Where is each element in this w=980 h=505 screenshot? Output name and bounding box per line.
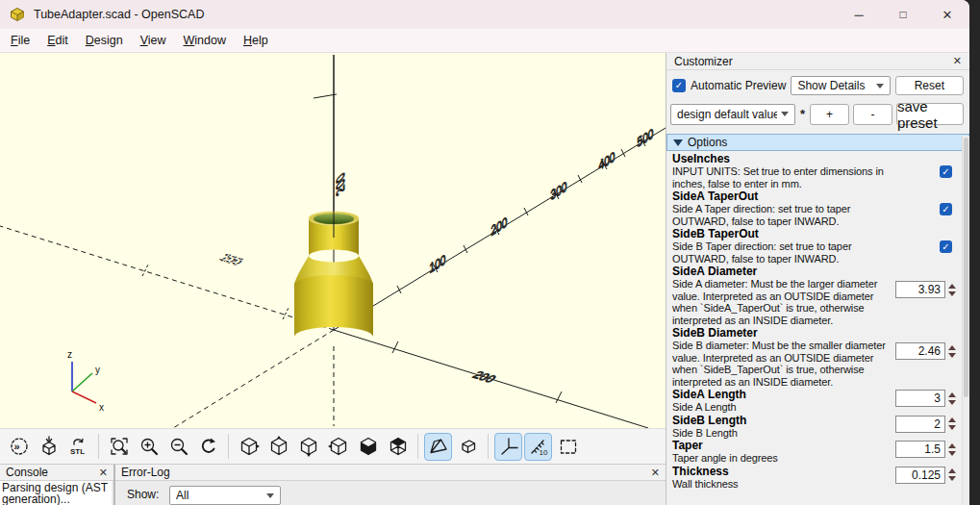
- menu-file[interactable]: File: [2, 31, 38, 50]
- spin-up-icon[interactable]: [948, 443, 956, 448]
- svg-text:10: 10: [539, 448, 547, 457]
- automatic-preview-checkbox[interactable]: [672, 79, 686, 92]
- perspective-button[interactable]: [424, 433, 452, 461]
- param-description: Side A Length: [672, 401, 891, 414]
- menu-help[interactable]: Help: [235, 31, 277, 50]
- spin-down-icon[interactable]: [948, 353, 956, 358]
- param-row-sidea-length: SideA Length Side A Length 3: [672, 389, 956, 414]
- menu-window[interactable]: Window: [175, 31, 235, 50]
- minimize-button[interactable]: ─: [837, 0, 881, 29]
- sidea-diameter-spinbox[interactable]: 3.93: [895, 281, 956, 298]
- spin-down-icon[interactable]: [948, 476, 956, 481]
- view-top-button[interactable]: [264, 433, 292, 461]
- show-axes-button[interactable]: [494, 433, 522, 461]
- param-description: INPUT UNITS: Set true to enter dimension…: [672, 165, 891, 189]
- taper-spinbox[interactable]: 1.5: [895, 441, 956, 458]
- toolbar-separator: [228, 434, 229, 459]
- spin-down-icon[interactable]: [948, 451, 956, 456]
- sidea-length-spinbox[interactable]: 3: [895, 390, 956, 407]
- customizer-panel: Customizer Automatic Preview Show Detail…: [666, 53, 969, 505]
- gizmo-x-label: x: [99, 402, 104, 413]
- render-button[interactable]: [35, 433, 63, 461]
- menu-edit[interactable]: Edit: [38, 31, 77, 50]
- zoom-all-icon: [109, 436, 130, 457]
- spinbox-arrows[interactable]: [948, 392, 956, 405]
- maximize-button[interactable]: □: [881, 0, 925, 29]
- zoom-all-button[interactable]: [105, 433, 133, 461]
- menu-design[interactable]: Design: [77, 31, 132, 50]
- scrollbar-thumb[interactable]: [964, 138, 968, 397]
- window-title: TubeAdapter.scad - OpenSCAD: [34, 8, 837, 21]
- sideb-length-spinbox[interactable]: 2: [895, 416, 956, 433]
- spinbox-value[interactable]: 0.125: [895, 467, 945, 484]
- preview-icon: »: [9, 436, 30, 457]
- options-group-header[interactable]: Options: [666, 134, 969, 151]
- spinbox-arrows[interactable]: [948, 468, 956, 481]
- remove-preset-button[interactable]: -: [853, 104, 892, 125]
- close-button[interactable]: ✕: [925, 0, 969, 29]
- error-log-close-icon[interactable]: [651, 467, 660, 478]
- 3d-viewport[interactable]: 200 100 200 300 400 500 200 200: [0, 53, 666, 428]
- spinbox-arrows[interactable]: [948, 443, 956, 456]
- spinbox-value[interactable]: 1.5: [895, 441, 945, 458]
- customizer-close-icon[interactable]: [953, 56, 962, 66]
- error-log-header: Error-Log: [115, 465, 666, 481]
- spinbox-arrows[interactable]: [948, 284, 956, 296]
- param-row-sidea-taperout: SideA TaperOut Side A Taper direction: s…: [672, 190, 956, 227]
- detail-level-select[interactable]: Show Details: [791, 76, 890, 95]
- spinbox-value[interactable]: 2: [895, 416, 945, 433]
- view-bottom-button[interactable]: [294, 433, 322, 461]
- useinches-checkbox[interactable]: [940, 165, 952, 178]
- spin-down-icon[interactable]: [948, 425, 956, 430]
- zoom-in-button[interactable]: [135, 433, 163, 461]
- console-log[interactable]: Parsing design (AST generation)...: [0, 481, 112, 505]
- param-description: Taper angle in degrees: [672, 452, 891, 465]
- spinbox-arrows[interactable]: [948, 345, 956, 358]
- customizer-scrollbar[interactable]: [962, 136, 969, 505]
- spin-down-icon[interactable]: [948, 400, 956, 405]
- sideb-taperout-checkbox[interactable]: [940, 240, 952, 253]
- view-all-button[interactable]: [554, 433, 582, 461]
- sidea-taperout-checkbox[interactable]: [940, 203, 952, 215]
- preset-select[interactable]: design default values: [670, 104, 795, 125]
- reset-view-button[interactable]: [194, 433, 222, 461]
- view-right-button[interactable]: [235, 433, 263, 461]
- spin-up-icon[interactable]: [948, 417, 956, 422]
- spin-up-icon[interactable]: [948, 345, 956, 350]
- console-title: Console: [6, 466, 99, 479]
- chevron-down-icon: [876, 84, 884, 88]
- preview-button[interactable]: »: [5, 433, 33, 461]
- console-close-icon[interactable]: [99, 467, 108, 478]
- zoom-out-button[interactable]: [164, 433, 192, 461]
- param-row-thickness: Thickness Wall thickness 0.125: [672, 466, 956, 491]
- export-stl-button[interactable]: STL: [64, 433, 92, 461]
- spinbox-value[interactable]: 3: [895, 390, 945, 407]
- spin-up-icon[interactable]: [948, 468, 956, 473]
- reset-button[interactable]: Reset: [895, 76, 964, 95]
- spin-up-icon[interactable]: [948, 392, 956, 397]
- sideb-diameter-spinbox[interactable]: 2.46: [895, 342, 956, 360]
- gizmo-y-label: y: [95, 365, 100, 375]
- y-axis-label-500: 500: [637, 125, 653, 150]
- spin-down-icon[interactable]: [948, 291, 956, 296]
- show-scale-markers-button[interactable]: 10: [524, 433, 552, 461]
- error-log-filter-select[interactable]: All: [169, 486, 281, 505]
- thickness-spinbox[interactable]: 0.125: [895, 467, 956, 484]
- spinbox-value[interactable]: 2.46: [895, 342, 945, 360]
- menu-view[interactable]: View: [132, 31, 175, 50]
- param-name: Thickness: [672, 466, 891, 478]
- view-left-button[interactable]: [324, 433, 352, 461]
- view-front-button[interactable]: [354, 433, 382, 461]
- zoom-in-icon: [138, 436, 160, 457]
- save-preset-button[interactable]: save preset: [896, 103, 964, 125]
- spinbox-value[interactable]: 3.93: [895, 281, 945, 298]
- param-description: Side B Taper direction: set true to tape…: [672, 240, 891, 265]
- orthogonal-button[interactable]: [454, 433, 482, 461]
- view-bottom-icon: [298, 436, 319, 457]
- toolbar-separator: [98, 434, 99, 459]
- spin-up-icon[interactable]: [948, 284, 956, 289]
- add-preset-button[interactable]: +: [810, 104, 849, 125]
- spinbox-arrows[interactable]: [948, 417, 956, 430]
- console-panel: Console Parsing design (AST generation).…: [0, 465, 113, 505]
- view-back-button[interactable]: [384, 433, 412, 461]
